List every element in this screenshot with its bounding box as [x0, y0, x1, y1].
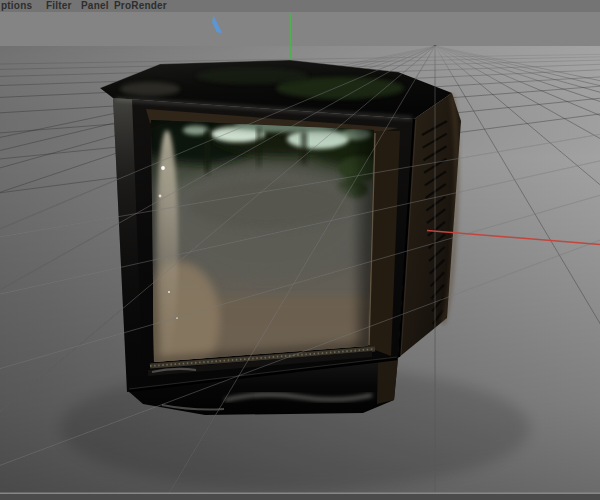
- menu-item-panel[interactable]: Panel: [81, 0, 109, 12]
- tv-screen: [138, 113, 392, 378]
- bottom-strip: [0, 493, 600, 500]
- viewport-background: [0, 12, 600, 46]
- viewport-canvas[interactable]: [0, 0, 600, 500]
- menu-item-prorender[interactable]: ProRender: [114, 0, 167, 12]
- viewport-menu-bar: ptions Filter Panel ProRender: [0, 0, 600, 12]
- menu-item-filter[interactable]: Filter: [46, 0, 72, 12]
- menu-item-options[interactable]: ptions: [1, 0, 32, 12]
